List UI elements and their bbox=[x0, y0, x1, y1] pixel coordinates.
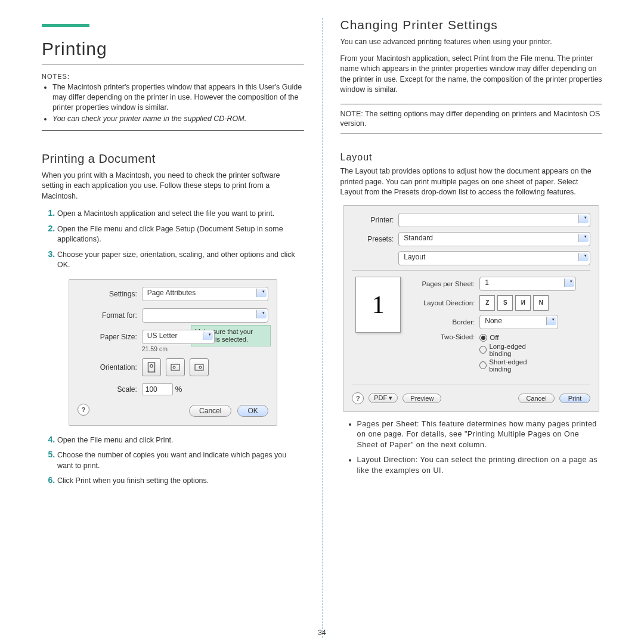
print-button[interactable]: Print bbox=[559, 394, 591, 403]
radio-icon bbox=[479, 334, 487, 342]
note-item-green: You can check your printer name in the s… bbox=[52, 114, 304, 124]
scale-label: Scale: bbox=[78, 385, 142, 394]
pages-per-sheet-select[interactable]: 1 bbox=[479, 277, 576, 291]
orientation-landscape-right-button[interactable] bbox=[190, 358, 209, 376]
bullet-item: Layout Direction: You can select the pri… bbox=[357, 455, 603, 476]
layout-direction-label: Layout Direction: bbox=[409, 299, 479, 306]
preview-digit: 1 bbox=[372, 290, 385, 319]
step-item: Choose your paper size, orientation, sca… bbox=[57, 249, 304, 271]
orientation-portrait-button[interactable] bbox=[142, 358, 161, 376]
section-intro: When you print with a Macintosh, you nee… bbox=[42, 171, 304, 202]
format-for-select[interactable] bbox=[142, 308, 268, 323]
cancel-button[interactable]: Cancel bbox=[518, 394, 554, 403]
right-p1: You can use advanced printing features w… bbox=[340, 37, 603, 48]
settings-select[interactable]: Page Attributes bbox=[142, 287, 268, 301]
page-number: 34 bbox=[318, 628, 326, 637]
presets-select[interactable]: Standard bbox=[398, 232, 590, 246]
two-sided-off[interactable]: Off bbox=[479, 333, 545, 342]
step-item: Click Print when you finish setting the … bbox=[57, 475, 304, 487]
printer-label: Printer: bbox=[352, 216, 398, 224]
right-p2: From your Macintosh application, select … bbox=[340, 54, 603, 95]
two-sided-long[interactable]: Long-edged binding bbox=[479, 342, 545, 358]
layout-direction-group: Z S И N bbox=[479, 295, 549, 311]
steps-list-top: Open a Macintosh application and select … bbox=[42, 208, 304, 271]
direction-button-3[interactable]: И bbox=[515, 295, 531, 311]
svg-point-1 bbox=[150, 364, 153, 367]
two-sided-group: Off Long-edged binding Short-edged bindi… bbox=[479, 333, 545, 373]
radio-icon bbox=[479, 361, 487, 369]
note-box: NOTE: The setting options may differ dep… bbox=[340, 104, 603, 135]
notes-list: The Macintosh printer's properties windo… bbox=[42, 82, 304, 124]
steps-list-bottom: Open the File menu and click Print. Choo… bbox=[42, 434, 304, 487]
two-sided-label: Two-Sided: bbox=[409, 333, 479, 340]
paper-size-label: Paper Size: bbox=[78, 333, 142, 341]
ok-button[interactable]: OK bbox=[237, 405, 268, 417]
notes-rule bbox=[42, 130, 304, 131]
layout-dialog: Printer: Presets: Standard Layout 1 bbox=[343, 205, 599, 412]
border-select[interactable]: None bbox=[479, 315, 558, 329]
format-for-label: Format for: bbox=[78, 311, 142, 320]
pdf-menu-button[interactable]: PDF ▾ bbox=[369, 393, 398, 403]
pages-per-sheet-label: Pages per Sheet: bbox=[409, 280, 479, 287]
right-title: Changing Printer Settings bbox=[340, 18, 603, 32]
presets-label: Presets: bbox=[352, 235, 398, 243]
bullet-item: Pages per Sheet: This feature determines… bbox=[357, 419, 603, 451]
border-label: Border: bbox=[409, 318, 479, 326]
section-heading: Printing a Document bbox=[42, 152, 304, 166]
step-item: Choose the number of copies you want and… bbox=[57, 449, 304, 471]
help-button[interactable]: ? bbox=[78, 404, 89, 416]
orientation-landscape-left-button[interactable] bbox=[166, 358, 185, 376]
scale-input[interactable]: 100 bbox=[142, 383, 173, 395]
notes-label: NOTES: bbox=[42, 73, 304, 80]
page-setup-dialog: Settings: Page Attributes Format for: Ma… bbox=[69, 279, 277, 426]
step-item: Open a Macintosh application and select … bbox=[57, 208, 304, 219]
layout-bullets: Pages per Sheet: This feature determines… bbox=[340, 419, 603, 476]
title-rule bbox=[42, 64, 304, 64]
paper-size-select[interactable]: US Letter bbox=[142, 330, 215, 344]
layout-preview: 1 bbox=[355, 277, 401, 333]
direction-button-1[interactable]: Z bbox=[479, 295, 495, 311]
svg-point-3 bbox=[173, 366, 175, 369]
layout-intro: The Layout tab provides options to adjus… bbox=[340, 166, 603, 198]
landscape-right-icon bbox=[194, 362, 204, 373]
layout-heading: Layout bbox=[340, 152, 603, 163]
cancel-button[interactable]: Cancel bbox=[189, 405, 231, 417]
preview-button[interactable]: Preview bbox=[402, 394, 441, 403]
scale-unit: % bbox=[175, 385, 182, 394]
orientation-label: Orientation: bbox=[78, 363, 142, 371]
note-item: The Macintosh printer's properties windo… bbox=[52, 82, 304, 113]
orientation-group bbox=[142, 358, 209, 376]
accent-bar bbox=[42, 24, 89, 27]
main-title: Printing bbox=[42, 39, 304, 59]
two-sided-short[interactable]: Short-edged binding bbox=[479, 358, 545, 373]
step-item: Open the File menu and click Print. bbox=[57, 434, 304, 446]
direction-button-4[interactable]: N bbox=[533, 295, 549, 311]
help-button[interactable]: ? bbox=[352, 392, 364, 404]
printer-select[interactable] bbox=[398, 213, 590, 227]
svg-point-5 bbox=[199, 366, 202, 369]
radio-icon bbox=[479, 346, 487, 354]
portrait-icon bbox=[147, 362, 156, 373]
settings-label: Settings: bbox=[78, 290, 142, 298]
panel-select[interactable]: Layout bbox=[398, 251, 590, 265]
direction-button-2[interactable]: S bbox=[497, 295, 513, 311]
landscape-left-icon bbox=[171, 362, 180, 373]
step-item: Open the File menu and click Page Setup … bbox=[57, 223, 304, 245]
